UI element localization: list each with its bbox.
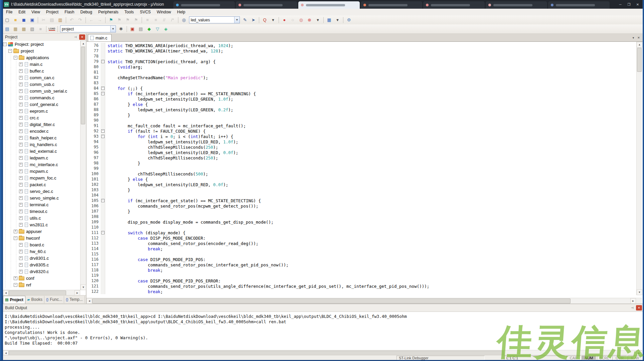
tree-item-servo-simple-c[interactable]: +servo_simple.c bbox=[3, 195, 80, 201]
code-line[interactable]: 100 chThdSleepMilliseconds(500); bbox=[87, 171, 636, 176]
scroll-right-icon[interactable]: ► bbox=[630, 298, 636, 304]
tree-item-applications[interactable]: −applications bbox=[3, 54, 80, 61]
code-line[interactable]: 106 commands_send_rotor_pos(mcpwm_get_de… bbox=[87, 203, 636, 209]
collapse-icon[interactable]: − bbox=[14, 283, 17, 287]
disable-all-breakpoints-button[interactable]: ◍ bbox=[297, 16, 305, 24]
expand-icon[interactable]: + bbox=[19, 143, 23, 146]
background-tab[interactable] bbox=[486, 1, 547, 9]
expand-icon[interactable]: + bbox=[19, 196, 23, 200]
build-button[interactable]: ▦ bbox=[12, 25, 19, 33]
expand-icon[interactable]: + bbox=[19, 183, 23, 187]
collapse-icon[interactable]: − bbox=[101, 199, 105, 202]
pack-installer-button[interactable]: ◈ bbox=[162, 25, 170, 33]
editor-tab-list-chevron-down-icon[interactable]: ▾ bbox=[631, 35, 636, 40]
background-tab[interactable] bbox=[423, 1, 485, 9]
tree-item-digital-filter-c[interactable]: +digital_filter.c bbox=[3, 121, 80, 128]
expand-icon[interactable]: + bbox=[19, 63, 23, 66]
project-tree-hscrollbar[interactable]: ◄► bbox=[3, 290, 80, 295]
collapse-icon[interactable]: − bbox=[101, 135, 105, 138]
code-line[interactable]: 112 case DISP_POS_MODE_ENCODER: bbox=[87, 235, 636, 241]
scroll-down-icon[interactable]: ▼ bbox=[80, 284, 86, 290]
download-flash-button[interactable]: LOAD bbox=[48, 25, 56, 33]
save-all-button[interactable]: ▣ bbox=[28, 16, 36, 24]
code-line[interactable]: 81 bbox=[87, 70, 636, 75]
expand-icon[interactable]: + bbox=[19, 129, 23, 133]
expand-icon[interactable]: + bbox=[19, 243, 23, 247]
fold-marker[interactable]: − bbox=[101, 230, 105, 235]
editor-tab-main-c[interactable]: main.c bbox=[88, 34, 112, 41]
tree-item-conf[interactable]: +conf bbox=[3, 275, 80, 281]
scroll-thumb[interactable] bbox=[81, 47, 85, 124]
code-line[interactable]: 84− for (;;) { bbox=[87, 86, 636, 91]
expand-icon[interactable]: + bbox=[14, 276, 17, 280]
tree-item-flash-helper-c[interactable]: +flash_helper.c bbox=[3, 134, 80, 141]
configure-button[interactable]: ⚙ bbox=[345, 16, 353, 24]
expand-icon[interactable]: + bbox=[19, 83, 23, 86]
panel-tab-books[interactable]: ▰Books bbox=[25, 296, 44, 303]
tree-item-comm-usb-serial-c[interactable]: +comm_usb_serial.c bbox=[3, 88, 80, 94]
code-line[interactable]: 89 } bbox=[87, 112, 636, 118]
tree-item-hw-60-c[interactable]: +hw_60.c bbox=[3, 248, 80, 255]
tree-item-ws2811-c[interactable]: +ws2811.c bbox=[3, 221, 80, 228]
options-for-target-button[interactable]: ✱ bbox=[117, 25, 125, 33]
tree-item-mc-interface-c[interactable]: +mc_interface.c bbox=[3, 161, 80, 168]
scroll-down-icon[interactable]: ▼ bbox=[637, 289, 642, 295]
insert-bookmark-button[interactable]: ⚑ bbox=[107, 16, 115, 24]
tree-item-main-c[interactable]: +main.c bbox=[3, 61, 80, 68]
tree-item-appuser[interactable]: +appuser bbox=[3, 228, 80, 235]
expand-icon[interactable]: + bbox=[19, 109, 23, 113]
target-combo[interactable]: project▼ bbox=[60, 25, 116, 32]
expand-icon[interactable]: + bbox=[19, 263, 23, 267]
expand-icon[interactable]: + bbox=[19, 250, 23, 253]
code-line[interactable]: 86 ledpwm_set_intensity(LED_GREEN, 1.0f)… bbox=[87, 96, 636, 102]
expand-icon[interactable]: + bbox=[19, 210, 23, 213]
code-line[interactable]: 94 ledpwm_set_intensity(LED_RED, 1.0f); bbox=[87, 139, 636, 144]
code-line[interactable]: 101 } else { bbox=[87, 176, 636, 182]
fold-marker[interactable]: − bbox=[101, 134, 105, 139]
chevron-down-icon[interactable]: ▼ bbox=[234, 17, 239, 23]
tree-item-drv8305-c[interactable]: +drv8305.c bbox=[3, 261, 80, 268]
menu-flash[interactable]: Flash bbox=[61, 9, 77, 15]
expand-icon[interactable]: + bbox=[19, 256, 23, 260]
background-tab[interactable] bbox=[548, 1, 610, 9]
collapse-icon[interactable]: − bbox=[101, 60, 105, 63]
expand-icon[interactable]: + bbox=[19, 76, 23, 80]
collapse-icon[interactable]: − bbox=[101, 87, 105, 90]
find-scope-button[interactable]: Q bbox=[261, 16, 269, 24]
minimize-button[interactable]: ─ bbox=[616, 1, 625, 7]
panel-tab-temp[interactable]: {}Temp... bbox=[64, 296, 85, 303]
code-line[interactable]: 87 } else { bbox=[87, 102, 636, 107]
background-tab[interactable] bbox=[298, 1, 360, 9]
expand-icon[interactable]: + bbox=[19, 89, 23, 93]
expand-icon[interactable]: + bbox=[19, 156, 23, 160]
expand-icon[interactable]: + bbox=[19, 96, 23, 100]
expand-icon[interactable]: + bbox=[14, 230, 17, 233]
expand-icon[interactable]: + bbox=[19, 69, 23, 73]
code-line[interactable]: 82 chRegSetThreadName("Main periodic"); bbox=[87, 75, 636, 80]
tree-item-board-c[interactable]: +board.c bbox=[3, 241, 80, 248]
scroll-left-icon[interactable]: ◄ bbox=[87, 298, 92, 304]
paste-button[interactable]: ▥ bbox=[56, 16, 64, 24]
expand-icon[interactable]: + bbox=[19, 123, 23, 126]
expand-icon[interactable]: + bbox=[19, 270, 23, 273]
tree-item-buffer-c[interactable]: +buffer.c bbox=[3, 68, 80, 74]
collapse-icon[interactable]: − bbox=[101, 129, 105, 133]
code-line[interactable]: 109 disp_pos_mode display_mode = command… bbox=[87, 219, 636, 225]
menu-project[interactable]: Project bbox=[43, 9, 61, 15]
menu-view[interactable]: View bbox=[28, 9, 43, 15]
menu-peripherals[interactable]: Peripherals bbox=[95, 9, 122, 15]
code-line[interactable]: 80 (void)arg; bbox=[87, 64, 636, 70]
translate-button[interactable]: ▤ bbox=[3, 25, 11, 33]
tree-item-led-external-c[interactable]: +led_external.c bbox=[3, 148, 80, 154]
chevron-down-icon[interactable]: ▼ bbox=[110, 26, 116, 32]
expand-icon[interactable]: + bbox=[19, 116, 23, 120]
collapse-icon[interactable]: − bbox=[3, 42, 7, 46]
close-icon[interactable]: ✕ bbox=[79, 34, 85, 40]
pin-icon[interactable]: ⊣ bbox=[629, 305, 635, 311]
save-button[interactable]: ◼ bbox=[20, 16, 28, 24]
code-line[interactable]: 93− for (int i = 0; i < (int)fault; i++)… bbox=[87, 134, 636, 139]
code-line[interactable]: 104 bbox=[87, 193, 636, 198]
tree-item-project-project[interactable]: −Project: project bbox=[3, 41, 80, 47]
scroll-up-icon[interactable]: ▲ bbox=[637, 42, 642, 47]
tree-item-drv8320-c[interactable]: +drv8320.c bbox=[3, 268, 80, 275]
